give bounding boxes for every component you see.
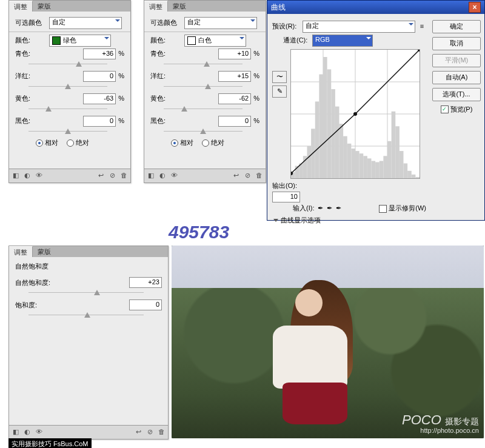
menu-icon[interactable]: ≡	[418, 22, 426, 31]
yellow-slider[interactable]	[28, 106, 107, 112]
curve-pencil-icon[interactable]: ✎	[272, 85, 287, 98]
yellow-label: 黄色:	[15, 94, 49, 103]
radio-absolute[interactable]: 绝对	[202, 138, 224, 147]
yellow-input[interactable]: -62	[218, 93, 251, 104]
clip-icon[interactable]: ↩	[96, 172, 105, 180]
tabbar: 调整 蒙版	[9, 1, 130, 12]
preset-select[interactable]: 自定	[303, 21, 415, 33]
radio-relative[interactable]: 相对	[36, 138, 58, 147]
preview-checkbox[interactable]: ✓预览(P)	[441, 105, 473, 114]
svg-rect-14	[323, 57, 327, 178]
curve-tool-icons: 〜 ✎	[272, 71, 287, 98]
saturation-input[interactable]: 0	[129, 299, 162, 310]
pct: %	[118, 49, 124, 58]
preset-select[interactable]: 自定	[184, 17, 257, 29]
magenta-input[interactable]: 0	[83, 71, 116, 82]
eyedropper-black-icon[interactable]: ✒	[318, 204, 323, 213]
new-icon[interactable]: ◐	[158, 172, 167, 180]
titlebar[interactable]: 曲线 ×	[267, 1, 484, 14]
reset-icon[interactable]: ⊘	[146, 428, 154, 436]
curve-grid[interactable]	[290, 49, 420, 179]
reset-icon[interactable]: ⊘	[243, 172, 252, 180]
svg-rect-25	[367, 158, 372, 178]
black-slider[interactable]	[28, 129, 107, 135]
svg-rect-30	[387, 141, 392, 178]
magenta-slider[interactable]	[28, 84, 107, 90]
clip-icon[interactable]: ↩	[134, 428, 142, 436]
radio-relative[interactable]: 相对	[171, 138, 193, 147]
black-input[interactable]: 0	[83, 116, 116, 127]
black-input[interactable]: 0	[218, 116, 251, 127]
color-select[interactable]: 绿色	[49, 35, 111, 47]
color-label: 颜色:	[150, 36, 184, 45]
vibrance-panel: 调整 蒙版 自然饱和度 自然饱和度:+23 饱和度:0 ◧ ◐ 👁 ↩ ⊘ 🗑	[8, 246, 169, 440]
show-clipping-checkbox[interactable]: 显示修剪(W)	[379, 204, 426, 213]
close-button[interactable]: ×	[469, 2, 481, 13]
eyedropper-gray-icon[interactable]: ✒	[327, 204, 332, 213]
yellow-slider[interactable]	[164, 106, 242, 112]
black-slider[interactable]	[164, 129, 242, 135]
svg-rect-15	[327, 69, 332, 178]
svg-rect-17	[335, 107, 340, 178]
tab-adjust[interactable]: 调整	[9, 246, 33, 257]
svg-rect-10	[307, 146, 312, 178]
tab-adjust[interactable]: 调整	[9, 1, 33, 12]
panel-footer: ◧ ◐ 👁 ↩ ⊘ 🗑	[9, 169, 130, 182]
channel-label: 通道(C):	[283, 36, 312, 45]
watermark: POCO 摄影专题 http://photo.poco.cn	[402, 413, 479, 435]
preset-select[interactable]: 自定	[49, 17, 122, 29]
auto-button[interactable]: 自动(A)	[432, 71, 481, 84]
eye-icon[interactable]: 👁	[170, 172, 178, 180]
vibrance-input[interactable]: +23	[129, 277, 162, 288]
layer-icon[interactable]: ◧	[147, 172, 155, 180]
svg-rect-22	[355, 151, 360, 178]
swatch-green	[52, 36, 61, 45]
cyan-slider[interactable]	[28, 61, 107, 67]
reset-icon[interactable]: ⊘	[108, 172, 116, 180]
cyan-input[interactable]: +36	[83, 48, 116, 59]
eyedropper-white-icon[interactable]: ✒	[336, 204, 341, 213]
cyan-slider[interactable]	[164, 61, 242, 67]
eye-icon[interactable]: 👁	[35, 172, 43, 180]
color-select[interactable]: 白色	[184, 35, 246, 47]
tab-adjust[interactable]: 调整	[144, 1, 168, 12]
clip-icon[interactable]: ↩	[232, 172, 240, 180]
black-label: 黑色:	[150, 116, 184, 125]
cancel-button[interactable]: 取消	[432, 37, 481, 50]
pct: %	[253, 94, 259, 103]
eye-icon[interactable]: 👁	[35, 428, 43, 436]
svg-rect-36	[412, 175, 416, 178]
magenta-slider[interactable]	[164, 84, 242, 90]
ok-button[interactable]: 确定	[432, 20, 481, 33]
radio-absolute[interactable]: 绝对	[67, 138, 89, 147]
overlay-number: 495783	[169, 223, 229, 241]
new-icon[interactable]: ◐	[23, 172, 32, 180]
options-button[interactable]: 选项(T)...	[432, 88, 481, 101]
vibrance-slider[interactable]	[28, 290, 144, 296]
cyan-input[interactable]: +10	[218, 48, 251, 59]
trash-icon[interactable]: 🗑	[119, 172, 128, 180]
trash-icon[interactable]: 🗑	[157, 428, 166, 436]
output-label: 输出(O):	[272, 181, 300, 190]
svg-rect-37	[415, 177, 420, 178]
curve-options-expander[interactable]: 曲线显示选项	[273, 216, 426, 225]
svg-rect-35	[407, 171, 412, 178]
channel-value: RGB	[315, 36, 330, 43]
trash-icon[interactable]: 🗑	[255, 172, 263, 180]
magenta-input[interactable]: +15	[218, 71, 251, 82]
layer-icon[interactable]: ◧	[12, 428, 20, 436]
output-input[interactable]: 10	[272, 192, 300, 202]
curve-draw-icon[interactable]: 〜	[272, 71, 287, 83]
saturation-slider[interactable]	[28, 312, 144, 318]
preset-value: 自定	[187, 18, 201, 25]
saturation-label: 饱和度:	[15, 301, 64, 310]
layer-icon[interactable]: ◧	[12, 172, 20, 180]
tab-mask[interactable]: 蒙版	[33, 246, 56, 257]
new-icon[interactable]: ◐	[23, 428, 32, 436]
tab-mask[interactable]: 蒙版	[168, 1, 191, 12]
yellow-input[interactable]: -63	[83, 93, 116, 104]
tab-mask[interactable]: 蒙版	[33, 1, 56, 12]
vibrance-label: 自然饱和度:	[15, 278, 64, 287]
channel-select[interactable]: RGB	[312, 35, 373, 47]
sc-title: 可选颜色	[15, 18, 49, 27]
